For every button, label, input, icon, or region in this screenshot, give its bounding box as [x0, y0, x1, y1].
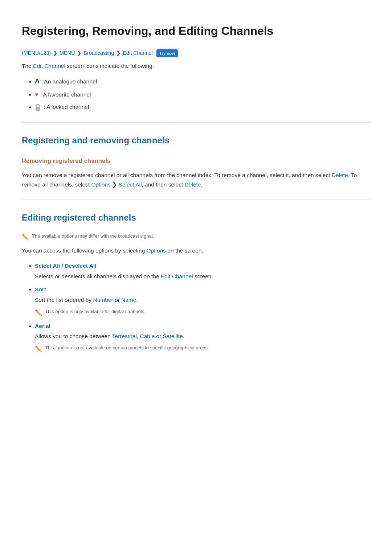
sub-heading-removing: Removing registered channels — [22, 156, 370, 166]
removing-arrow: ❯ — [111, 181, 119, 188]
locked-desc: : A locked channel — [44, 104, 89, 110]
breadcrumb: (MENU/123) ❯ MENU ❯ Broadcasting ❯ Edit … — [22, 49, 370, 57]
select-all-desc-suffix: screen. — [193, 273, 213, 279]
editing-intro: You can access the following options by … — [22, 246, 370, 255]
sort-note: ✏️ This option is only available for dig… — [35, 308, 370, 317]
analogue-desc: : An analogue channel — [41, 78, 97, 85]
breadcrumb-menu: MENU — [60, 49, 75, 57]
select-all-edit-channel-link: Edit Channel — [161, 273, 193, 279]
favourite-desc: : A favourite channel — [40, 91, 91, 98]
breadcrumb-broadcasting: Broadcasting — [83, 49, 114, 57]
svg-rect-0 — [36, 107, 40, 111]
aerial-note: ✏️ This function is not available on cer… — [35, 344, 370, 354]
removing-text-1: You can remove a registered channel or a… — [22, 172, 332, 178]
aerial-desc-mid1: , — [137, 333, 140, 339]
list-item-favourite: ♥ : A favourite channel — [35, 89, 370, 99]
aerial-terrestrial-link: Terrestrial — [112, 333, 137, 339]
breadcrumb-edit-channel: Edit Channel — [123, 49, 152, 57]
editing-options-link: Options — [147, 247, 166, 254]
sort-desc: Sort the list ordered by Number or Name. — [35, 296, 370, 305]
icon-list: A : An analogue channel ♥ : A favourite … — [35, 76, 370, 111]
removing-delete-link-1: Delete — [332, 172, 348, 178]
breadcrumb-menu-code: (MENU/123) — [22, 49, 51, 57]
sort-note-text: This option is only available for digita… — [45, 308, 146, 315]
divider-2 — [22, 200, 370, 200]
removing-text-3: , and then select — [142, 181, 184, 188]
editing-intro-prefix: You can access the following options by … — [22, 247, 147, 254]
sort-desc-prefix: Sort the list ordered by — [35, 297, 93, 303]
divider-1 — [22, 122, 370, 123]
analogue-icon: A — [35, 77, 40, 85]
editing-options-list: Select All / Deselect All Selects or des… — [35, 262, 370, 354]
removing-select-all-link: Select All — [119, 181, 142, 188]
editing-note-1: ✏️ The available options may differ with… — [22, 232, 370, 242]
aerial-label: Aerial — [35, 323, 50, 329]
list-item-analogue: A : An analogue channel — [35, 76, 370, 86]
sort-number-link: Number — [93, 297, 113, 303]
breadcrumb-sep2: ❯ — [77, 49, 81, 57]
section-heading-registering: Registering and removing channels — [22, 134, 370, 147]
aerial-cable-link: Cable — [140, 333, 155, 339]
list-item-aerial: Aerial Allows you to choose between Terr… — [35, 322, 370, 354]
aerial-desc-prefix: Allows you to choose between — [35, 333, 112, 339]
list-item-locked: : A locked channel — [35, 103, 370, 112]
aerial-desc: Allows you to choose between Terrestrial… — [35, 332, 370, 341]
page-title: Registering, Removing, and Editing Chann… — [22, 22, 370, 40]
removing-period: . — [201, 181, 202, 188]
section-heading-editing: Editing registered channels — [22, 211, 370, 225]
heart-icon: ♥ — [35, 91, 38, 98]
editing-note-1-text: The available options may differ with th… — [32, 232, 154, 240]
editing-intro-suffix: on the screen. — [166, 247, 203, 254]
select-all-desc-prefix: Selects or deselects all channels displa… — [35, 273, 161, 279]
aerial-desc-suffix: . — [183, 333, 184, 339]
pencil-icon-3: ✏️ — [35, 344, 42, 354]
list-item-sort: Sort Sort the list ordered by Number or … — [35, 285, 370, 317]
lock-icon — [35, 104, 41, 111]
removing-body: You can remove a registered channel or a… — [22, 171, 370, 190]
aerial-desc-mid2: or — [155, 333, 163, 339]
sort-desc-mid: or — [113, 297, 121, 303]
removing-delete-link-2: Delete — [185, 181, 201, 188]
sort-desc-suffix: . — [136, 297, 138, 303]
sort-name-link: Name — [121, 297, 136, 303]
aerial-note-text: This function is not available on certai… — [45, 344, 209, 352]
aerial-satellite-link: Satellite — [163, 333, 183, 339]
breadcrumb-sep3: ❯ — [116, 49, 121, 57]
intro-edit-channel-link: Edit Channel — [33, 63, 65, 69]
try-now-badge[interactable]: Try now — [156, 49, 178, 57]
pencil-icon-2: ✏️ — [35, 308, 42, 317]
intro-paragraph: The Edit Channel screen icons indicate t… — [22, 62, 370, 71]
list-item-select-all: Select All / Deselect All Selects or des… — [35, 262, 370, 281]
removing-options-link: Options — [91, 181, 110, 188]
select-all-desc: Selects or deselects all channels displa… — [35, 272, 370, 281]
pencil-icon-1: ✏️ — [22, 233, 29, 242]
breadcrumb-sep1: ❯ — [53, 49, 57, 57]
select-all-label: Select All / Deselect All — [35, 263, 97, 269]
sort-label: Sort — [35, 286, 46, 292]
